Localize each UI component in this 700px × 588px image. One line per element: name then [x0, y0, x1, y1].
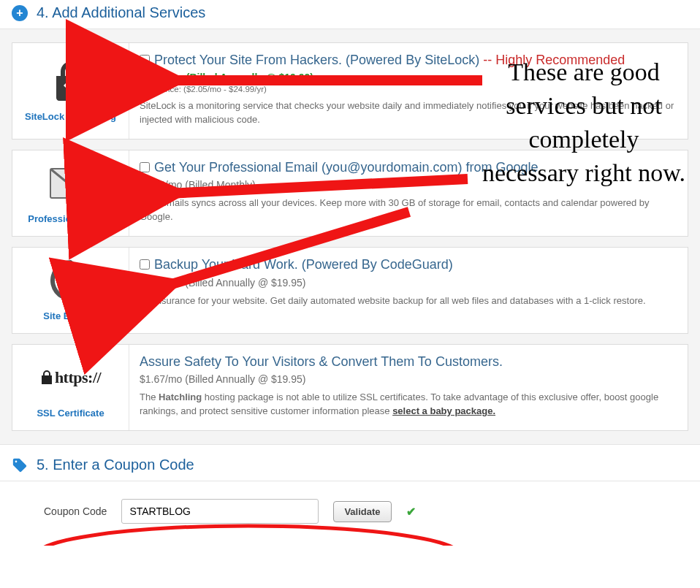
validate-button[interactable]: Validate: [333, 501, 391, 522]
addon-right: Backup Your Hard Work. (Powered By CodeG…: [129, 248, 688, 333]
mail-icon: [50, 161, 92, 206]
addon-desc: The Hatchling hosting package is not abl…: [140, 391, 677, 419]
section4-title: 4. Add Additional Services: [37, 4, 205, 21]
section5-body: Coupon Code Validate ✔: [0, 481, 700, 546]
sitelock-checkbox[interactable]: [140, 55, 150, 65]
backup-checkbox[interactable]: [140, 259, 150, 270]
addon-backup: Site Backup Backup Your Hard Work. (Powe…: [12, 247, 688, 334]
addon-price: $1.67/mo (Billed Annually @ $19.95): [140, 277, 677, 289]
addon-left: https:// SSL Certificate: [12, 345, 129, 430]
addon-price: $1.67/mo (Billed Annually @ $19.95): [140, 373, 677, 385]
annotation-text: These are good services but not complete…: [478, 56, 690, 190]
section5-title: 5. Enter a Coupon Code: [37, 457, 194, 473]
addon-name-label: Site Backup: [43, 310, 97, 323]
addon-right: Assure Safety To Your Visitors & Convert…: [129, 345, 688, 430]
coupon-row: Coupon Code Validate ✔: [44, 499, 671, 524]
check-icon: ✔: [406, 505, 416, 519]
addon-ssl: https:// SSL Certificate Assure Safety T…: [12, 344, 688, 431]
addon-left: SiteLock Monitoring: [12, 43, 129, 139]
addon-title: Backup Your Hard Work. (Powered By CodeG…: [154, 256, 453, 273]
addon-left: Professional Email: [12, 150, 129, 236]
addon-title: Assure Safety To Your Visitors & Convert…: [140, 354, 503, 370]
plus-icon: +: [12, 5, 28, 21]
https-icon: https://: [40, 355, 101, 400]
tag-icon: [12, 457, 28, 473]
coupon-input[interactable]: [121, 499, 319, 524]
addon-name-label: SSL Certificate: [37, 408, 104, 420]
sitelock-icon: [53, 58, 88, 104]
addon-desc: Your emails syncs across all your device…: [140, 196, 677, 224]
email-checkbox[interactable]: [140, 162, 150, 172]
section4-header: + 4. Add Additional Services: [0, 0, 700, 28]
coupon-label: Coupon Code: [44, 505, 107, 517]
addon-left: Site Backup: [12, 248, 129, 333]
addon-name-label: Professional Email: [28, 213, 113, 226]
addon-desc: It's insurance for your website. Get dai…: [140, 294, 677, 308]
select-baby-package-link[interactable]: select a baby package.: [392, 405, 495, 416]
section5-header: 5. Enter a Coupon Code: [0, 445, 700, 481]
backup-icon: [50, 258, 91, 303]
addon-name-label: SiteLock Monitoring: [25, 111, 116, 123]
